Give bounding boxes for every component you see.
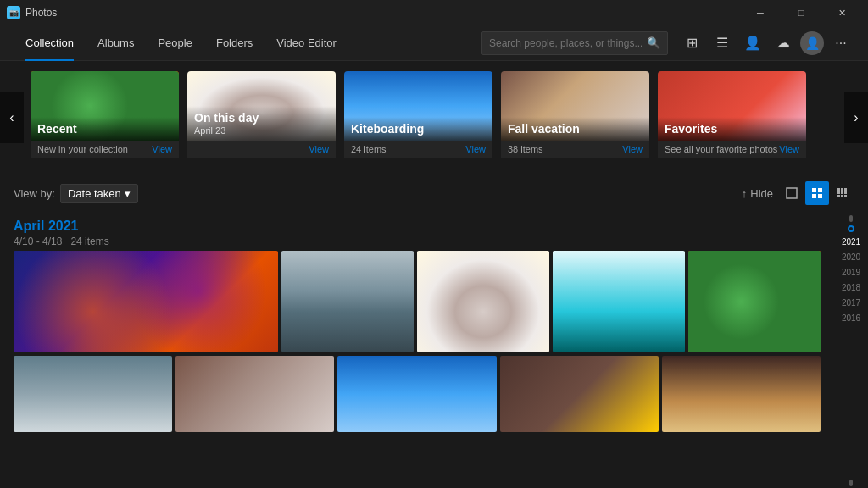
photo-graffiti[interactable]: [14, 251, 278, 352]
timeline-dot-2021: [848, 225, 854, 232]
view-on-this-day-button[interactable]: View: [309, 144, 329, 154]
tab-folders[interactable]: Folders: [204, 25, 264, 61]
photo-eiffel[interactable]: [14, 356, 172, 432]
close-button[interactable]: ✕: [822, 0, 861, 25]
avatar[interactable]: 👤: [800, 31, 824, 55]
svg-rect-9: [841, 191, 843, 194]
search-icon: 🔍: [647, 36, 660, 49]
photo-rocks[interactable]: [175, 356, 334, 432]
photo-dog[interactable]: [417, 251, 549, 352]
toolbar: View by: Date taken ▾ ↑ Hide: [0, 175, 868, 212]
photo-people[interactable]: [500, 356, 659, 432]
card-footer-favorites: See all your favorite photos View: [658, 141, 806, 158]
card-footer-fall-vacation: 38 items View: [501, 141, 649, 158]
photo-louvre[interactable]: [281, 251, 414, 352]
compact-view-button[interactable]: [831, 181, 854, 205]
view-fall-vacation-button[interactable]: View: [622, 144, 643, 154]
view-by-select[interactable]: Date taken ▾: [60, 184, 138, 203]
grid-view-icon: [811, 187, 823, 199]
photo-ocean[interactable]: [553, 251, 685, 352]
card-title-favorites: Favorites: [665, 122, 799, 136]
view-by-label: View by:: [14, 187, 55, 200]
nav-tabs: Collection Albums People Folders Video E…: [14, 25, 481, 61]
svg-rect-3: [812, 194, 816, 198]
title-bar-controls: ─ □ ✕: [741, 0, 861, 25]
svg-rect-0: [787, 188, 797, 198]
tab-video-editor[interactable]: Video Editor: [264, 25, 348, 61]
hide-button[interactable]: ↑ Hide: [742, 187, 773, 200]
search-input[interactable]: [489, 37, 642, 49]
svg-rect-10: [844, 191, 847, 194]
card-footer-kiteboarding: 24 items View: [344, 141, 492, 158]
select-all-icon[interactable]: ☰: [709, 30, 736, 57]
year-2018[interactable]: 2018: [842, 281, 860, 295]
photo-door[interactable]: [662, 356, 821, 432]
svg-rect-13: [844, 195, 847, 197]
carousel-card-favorites[interactable]: Favorites See all your favorite photos V…: [658, 71, 806, 164]
group-title: April 2021: [14, 219, 821, 234]
up-arrow-icon: ↑: [742, 187, 748, 200]
card-title-on-this-day: On this day: [194, 111, 329, 125]
carousel-card-kiteboarding[interactable]: Kiteboarding 24 items View: [344, 71, 492, 164]
grid-view-button[interactable]: [805, 181, 829, 205]
svg-rect-4: [818, 194, 822, 198]
year-2017[interactable]: 2017: [842, 297, 860, 310]
app-icon: 📷: [7, 6, 20, 19]
carousel-section: ‹ Recent New in your collection View On …: [0, 61, 868, 175]
photo-area: April 2021 4/10 - 4/18 24 items: [0, 212, 834, 488]
year-2021[interactable]: 2021: [842, 236, 860, 249]
chevron-down-icon: ▾: [125, 187, 131, 200]
carousel-card-on-this-day[interactable]: On this day April 23 View: [187, 71, 336, 164]
year-2016[interactable]: 2016: [842, 312, 860, 325]
compact-view-icon: [837, 187, 849, 199]
tab-collection[interactable]: Collection: [14, 25, 86, 61]
main-content: April 2021 4/10 - 4/18 24 items: [0, 212, 868, 488]
year-2020[interactable]: 2020: [842, 251, 860, 264]
maximize-button[interactable]: □: [782, 0, 821, 25]
card-footer-recent: New in your collection View: [31, 141, 179, 158]
card-title-recent: Recent: [37, 122, 172, 136]
tab-people[interactable]: People: [146, 25, 203, 61]
carousel-prev-button[interactable]: ‹: [0, 92, 24, 143]
carousel-next-button[interactable]: ›: [844, 92, 868, 143]
svg-rect-1: [812, 188, 816, 192]
toolbar-right: ↑ Hide: [742, 181, 854, 205]
cloud-icon[interactable]: ☁: [770, 30, 797, 57]
single-view-button[interactable]: [780, 181, 804, 205]
search-bar[interactable]: 🔍: [481, 31, 668, 55]
more-icon[interactable]: ···: [827, 30, 854, 57]
timeline-bar: 2021 2020 2019 2018 2017 2016: [834, 212, 868, 488]
import-icon[interactable]: ⊞: [678, 30, 705, 57]
single-view-icon: [786, 187, 798, 199]
nav-actions: ⊞ ☰ 👤 ☁ 👤 ···: [678, 30, 854, 57]
nav-bar: Collection Albums People Folders Video E…: [0, 25, 868, 61]
svg-rect-7: [844, 188, 847, 191]
title-bar-left: 📷 Photos: [7, 6, 57, 19]
view-recent-button[interactable]: View: [152, 144, 172, 154]
people-icon[interactable]: 👤: [739, 30, 766, 57]
carousel-card-fall-vacation[interactable]: Fall vacation 38 items View: [501, 71, 649, 164]
svg-rect-11: [837, 195, 840, 197]
card-title-fall-vacation: Fall vacation: [508, 122, 643, 136]
photo-kite[interactable]: [337, 356, 496, 432]
tab-albums[interactable]: Albums: [86, 25, 146, 61]
card-footer-on-this-day: View: [187, 141, 336, 158]
svg-rect-2: [818, 188, 822, 192]
view-by-control: View by: Date taken ▾: [14, 184, 138, 203]
title-bar: 📷 Photos ─ □ ✕: [0, 0, 868, 25]
svg-rect-8: [837, 191, 840, 194]
photo-food-main[interactable]: [688, 251, 821, 352]
group-header: April 2021 4/10 - 4/18 24 items: [14, 219, 821, 247]
card-title-kiteboarding: Kiteboarding: [351, 122, 486, 136]
view-kiteboarding-button[interactable]: View: [465, 144, 486, 154]
carousel-track: Recent New in your collection View On th…: [0, 71, 868, 164]
group-subtitle: 4/10 - 4/18 24 items: [14, 236, 821, 247]
svg-rect-6: [841, 188, 843, 191]
carousel-card-recent[interactable]: Recent New in your collection View: [31, 71, 179, 164]
year-2019[interactable]: 2019: [842, 266, 860, 280]
minimize-button[interactable]: ─: [741, 0, 780, 25]
view-toggle-group: [780, 181, 854, 205]
view-favorites-button[interactable]: View: [779, 144, 799, 154]
app-title: Photos: [25, 7, 57, 19]
photo-row-1: [14, 251, 821, 352]
